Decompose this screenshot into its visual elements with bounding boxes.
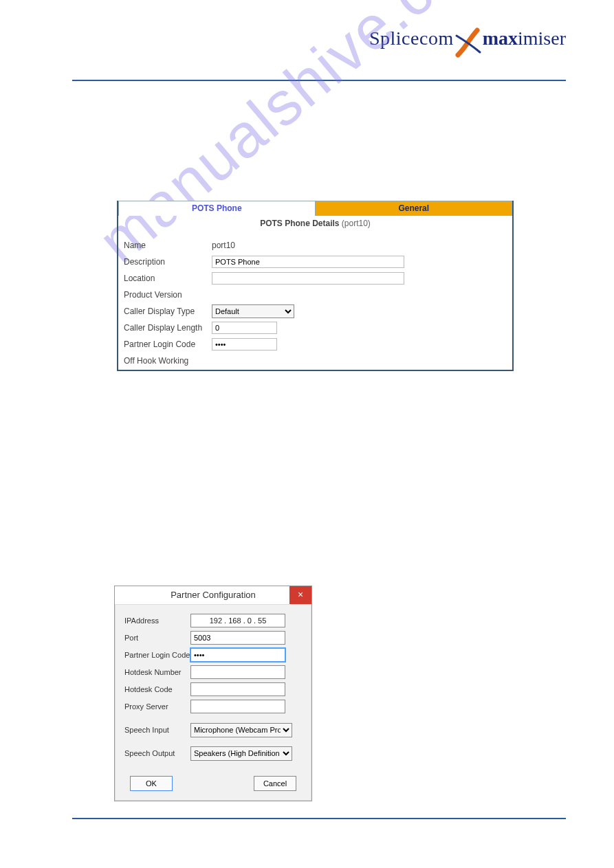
tab-general[interactable]: General bbox=[316, 201, 513, 216]
label-caller-display-type: Caller Display Type bbox=[124, 307, 212, 316]
label-description: Description bbox=[124, 257, 212, 267]
label-off-hook: Off Hook Working bbox=[124, 356, 212, 366]
proxy-server-input[interactable] bbox=[190, 700, 285, 713]
hotdesk-code-input[interactable] bbox=[190, 682, 285, 696]
label-name: Name bbox=[124, 241, 212, 250]
label-hotdesk-number: Hotdesk Number bbox=[124, 668, 190, 676]
pots-title: POTS Phone Details (port10) bbox=[118, 216, 512, 234]
brand-imiser: imiser bbox=[518, 27, 566, 49]
brand-max: max bbox=[483, 27, 518, 49]
label-caller-display-length: Caller Display Length bbox=[124, 323, 212, 333]
partner-login-code-input[interactable] bbox=[212, 338, 277, 350]
label-partner-login-code: Partner Login Code bbox=[124, 340, 212, 349]
pc-partner-login-code-input[interactable] bbox=[190, 648, 285, 662]
footer-rule bbox=[72, 818, 566, 819]
description-input[interactable] bbox=[212, 256, 404, 268]
speech-output-select[interactable]: Speakers (High Definition bbox=[190, 746, 292, 761]
brand-logo: Splicecom maximiser bbox=[369, 27, 566, 58]
close-icon: × bbox=[298, 589, 303, 600]
pots-title-suffix: (port10) bbox=[342, 219, 371, 228]
label-port: Port bbox=[124, 634, 190, 642]
label-proxy-server: Proxy Server bbox=[124, 702, 190, 711]
partner-config-titlebar: Partner Configuration × bbox=[115, 586, 311, 605]
ipaddress-input[interactable]: 192 . 168 . 0 . 55 bbox=[190, 614, 285, 627]
ok-button[interactable]: OK bbox=[130, 776, 173, 791]
hotdesk-number-input[interactable] bbox=[190, 665, 285, 679]
location-input[interactable] bbox=[212, 272, 404, 285]
speech-input-select[interactable]: Microphone (Webcam Pro bbox=[190, 723, 292, 737]
page-header: Splicecom maximiser bbox=[72, 27, 566, 58]
pots-tabs: POTS Phone General bbox=[118, 201, 512, 216]
pots-title-main: POTS Phone Details bbox=[260, 219, 339, 228]
value-name: port10 bbox=[212, 241, 235, 250]
label-speech-input: Speech Input bbox=[124, 726, 190, 734]
label-product-version: Product Version bbox=[124, 290, 212, 300]
brand-swoosh-icon bbox=[455, 32, 481, 58]
label-speech-output: Speech Output bbox=[124, 749, 190, 757]
label-ipaddress: IPAddress bbox=[124, 616, 190, 625]
cancel-button[interactable]: Cancel bbox=[254, 776, 296, 791]
port-input[interactable] bbox=[190, 631, 285, 645]
caller-display-length-input[interactable] bbox=[212, 322, 277, 334]
caller-display-type-select[interactable]: Default bbox=[212, 304, 294, 318]
pots-panel: POTS Phone General POTS Phone Details (p… bbox=[117, 201, 514, 371]
label-location: Location bbox=[124, 274, 212, 283]
label-hotdesk-code: Hotdesk Code bbox=[124, 685, 190, 693]
tab-pots-phone[interactable]: POTS Phone bbox=[118, 201, 316, 216]
partner-config-window: Partner Configuration × IPAddress 192 . … bbox=[114, 586, 312, 801]
brand-splice: Splicecom bbox=[369, 27, 454, 49]
partner-config-title: Partner Configuration bbox=[171, 590, 256, 600]
header-rule bbox=[72, 80, 566, 81]
close-button[interactable]: × bbox=[289, 586, 311, 604]
label-pc-partner-login-code: Partner Login Code bbox=[124, 651, 190, 659]
